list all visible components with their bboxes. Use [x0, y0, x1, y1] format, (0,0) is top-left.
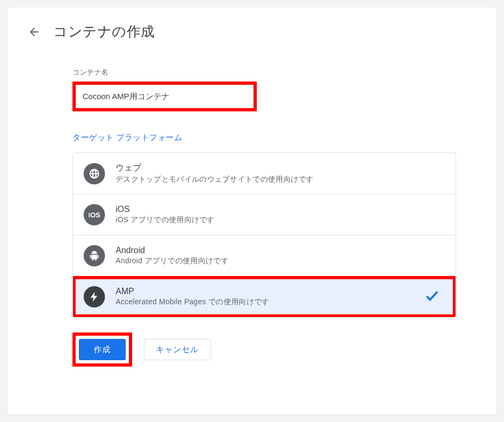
platform-title: AMP [116, 287, 445, 296]
check-icon [424, 288, 440, 306]
platform-title: ウェブ [116, 163, 445, 174]
platform-list: ウェブ デスクトップとモバイルのウェブサイトでの使用向けです iOS iOS i… [72, 152, 456, 318]
platform-desc: デスクトップとモバイルのウェブサイトでの使用向けです [116, 175, 445, 184]
back-arrow-button[interactable] [27, 25, 42, 39]
target-platform-label: ターゲット プラットフォーム [72, 133, 456, 143]
container-name-highlight [72, 82, 257, 111]
platform-title: iOS [116, 205, 445, 214]
platform-row-amp[interactable]: AMP Accelerated Mobile Pages での使用向けです [72, 276, 456, 318]
platform-desc: iOS アプリでの使用向けです [116, 215, 445, 225]
platform-title: Android [116, 246, 445, 255]
create-button-highlight: 作成 [72, 332, 132, 367]
platform-text: AMP Accelerated Mobile Pages での使用向けです [116, 287, 445, 307]
arrow-left-icon [28, 26, 40, 38]
platform-desc: Accelerated Mobile Pages での使用向けです [116, 297, 445, 307]
container-name-label: コンテナ名 [72, 68, 456, 77]
create-button[interactable]: 作成 [79, 339, 126, 360]
globe-icon [84, 163, 105, 184]
panel-header: コンテナの作成 [27, 22, 479, 41]
bolt-icon [84, 286, 105, 307]
form-area: コンテナ名 ターゲット プラットフォーム ウェブ デスクトップとモバイルのウェブ… [72, 68, 456, 367]
footer-actions: 作成 キャンセル [72, 332, 456, 367]
platform-row-web[interactable]: ウェブ デスクトップとモバイルのウェブサイトでの使用向けです [73, 153, 456, 194]
page-title: コンテナの作成 [53, 22, 155, 41]
platform-row-android[interactable]: Android Android アプリでの使用向けです [73, 236, 456, 277]
platform-row-ios[interactable]: iOS iOS iOS アプリでの使用向けです [73, 194, 456, 236]
platform-text: iOS iOS アプリでの使用向けです [116, 205, 445, 225]
create-container-panel: コンテナの作成 コンテナ名 ターゲット プラットフォーム ウェブ デスクトップと… [7, 7, 497, 415]
platform-text: ウェブ デスクトップとモバイルのウェブサイトでの使用向けです [116, 163, 445, 184]
platform-text: Android Android アプリでの使用向けです [116, 246, 445, 266]
ios-icon: iOS [84, 204, 105, 225]
android-icon [84, 245, 105, 266]
platform-desc: Android アプリでの使用向けです [116, 256, 445, 266]
container-name-input[interactable] [76, 85, 254, 108]
cancel-button[interactable]: キャンセル [144, 339, 211, 360]
